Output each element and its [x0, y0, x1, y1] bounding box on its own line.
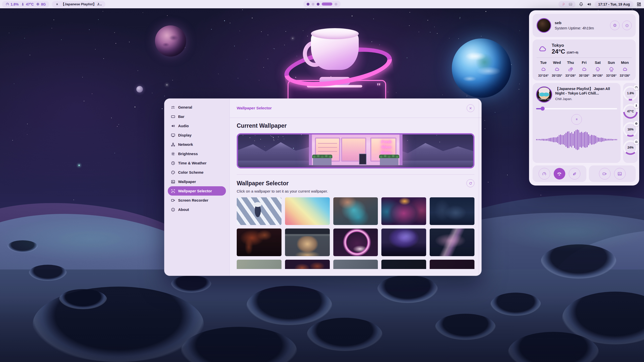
refresh-button[interactable] — [466, 179, 474, 187]
waveform-bar — [556, 137, 557, 142]
sidebar-item-label: Time & Weather — [178, 161, 207, 165]
workspace-dot-1[interactable] — [307, 3, 309, 6]
workspace-dot-active[interactable] — [322, 3, 332, 6]
waveform-bar — [547, 139, 548, 141]
tune-icon — [171, 105, 175, 110]
sidebar-item-color-scheme[interactable]: Color Scheme — [168, 168, 226, 177]
wallpaper-thumb-snowy-village[interactable] — [430, 197, 474, 225]
waveform-bar — [577, 129, 578, 150]
workspace-dot-5[interactable] — [335, 3, 337, 6]
performance-button[interactable] — [539, 168, 550, 179]
wallpaper-thumb-purple-ring[interactable] — [333, 229, 378, 256]
forecast-thu: Thu33°/26° — [564, 60, 577, 77]
wallpaper-thumb-plum-haze[interactable] — [430, 260, 474, 269]
wallpaper-thumb-teal-blur[interactable] — [333, 197, 378, 225]
sidebar-item-wallpaper-selector[interactable]: Wallpaper Selector — [168, 186, 226, 196]
sidebar-item-display[interactable]: Display — [168, 130, 226, 140]
sidebar-item-label: Screen Recorder — [178, 198, 208, 202]
waveform-bar — [546, 139, 547, 141]
workspace-dot-2[interactable] — [312, 3, 314, 6]
sidebar-item-audio[interactable]: Audio — [168, 121, 226, 130]
wallpaper-thumb-anime-street[interactable] — [237, 197, 281, 225]
waveform-bar — [595, 136, 596, 144]
wallpaper-thumb-particle-wave[interactable] — [430, 229, 474, 256]
wallpaper-thumb-ember-forest[interactable] — [237, 229, 281, 256]
balanced-button[interactable] — [554, 168, 565, 179]
waveform-bar — [576, 130, 577, 149]
tray-app-1-icon[interactable] — [561, 2, 566, 6]
preview-planter — [313, 158, 332, 165]
wallpaper-thumb-lofi-storefront[interactable] — [285, 229, 330, 256]
wallpaper-thumb-pastel-gradient[interactable] — [285, 197, 330, 225]
weather-city: Tokyo — [552, 43, 578, 48]
wallpaper-thumb-nebula-forest[interactable] — [381, 229, 426, 256]
waveform-bar — [583, 133, 584, 147]
cpu-temp-value: 47°C — [26, 2, 34, 6]
close-button[interactable] — [467, 104, 474, 112]
waveform-bar — [585, 131, 586, 148]
waveform-bar — [581, 132, 582, 148]
dashboard-grid-icon[interactable] — [636, 2, 641, 7]
wallpaper-thumb-slate-blur[interactable] — [333, 260, 378, 269]
wallpaper-thumb-autumn-night[interactable] — [285, 260, 330, 269]
cloud-icon — [554, 66, 560, 72]
workspace-dot-3[interactable] — [317, 3, 319, 6]
tray-app-2-icon[interactable] — [569, 2, 573, 6]
sidebar-item-bar[interactable]: Bar — [168, 112, 226, 121]
cpu-usage-stat: 1.8% — [6, 2, 19, 6]
desktop: " 1.8% 47°C — [0, 0, 644, 362]
media-player-module[interactable]: 【Japanese Playlist】 J... — [52, 1, 105, 8]
wallpaper-tools-button[interactable] — [614, 168, 626, 179]
forecast-temps: 35°/26° — [577, 74, 591, 77]
wallpaper-thumb-dark-navy[interactable] — [381, 260, 426, 269]
sidebar-item-wallpaper[interactable]: Wallpaper — [168, 177, 226, 186]
sidebar-item-screen-recorder[interactable]: Screen Recorder — [168, 196, 226, 205]
power-saver-button[interactable] — [569, 168, 580, 179]
content-scroll-area[interactable]: Current Wallpaper Fresh Moon Beans — [230, 118, 481, 269]
waveform-bar — [566, 133, 567, 147]
volume-icon[interactable] — [587, 2, 592, 7]
system-stats-module[interactable]: 1.8% 47°C 8G — [2, 1, 49, 8]
sidebar-item-about[interactable]: About — [168, 205, 226, 214]
weather-card: Tokyo 24°C (GMT+9) Tue33°/24°Wed35°/25°T… — [533, 39, 636, 80]
sidebar-item-label: Wallpaper — [178, 179, 196, 184]
preview-planter — [380, 158, 398, 165]
power-button[interactable] — [622, 21, 632, 30]
waveform-bar — [553, 137, 554, 142]
seek-slider[interactable] — [536, 107, 617, 111]
screen-recorder-button[interactable] — [599, 168, 611, 179]
waveform-bar — [538, 139, 539, 140]
leaf-icon — [572, 171, 577, 176]
sidebar-item-time-weather[interactable]: Time & Weather — [168, 158, 226, 168]
rain-icon — [594, 66, 601, 72]
cpu-usage-value: 1.8% — [11, 2, 19, 6]
settings-button[interactable]: ⚙ — [610, 21, 620, 30]
forecast-day-label: Tue — [537, 60, 550, 65]
system-gauges-card: 1.8%47°C16%24% — [623, 83, 638, 163]
waveform-bar — [569, 131, 570, 148]
sidebar-item-network[interactable]: Network — [168, 140, 226, 149]
palette-icon — [171, 170, 175, 175]
utilities-card — [589, 165, 636, 182]
play-pause-button[interactable] — [571, 114, 582, 125]
sidebar-item-general[interactable]: General — [168, 103, 226, 112]
scales-icon — [557, 171, 562, 176]
cup-lip — [311, 28, 359, 39]
clock-icon — [171, 161, 175, 165]
slider-knob[interactable] — [541, 107, 545, 111]
sidebar-item-brightness[interactable]: Brightness — [168, 149, 226, 158]
notifications-bell-icon[interactable] — [579, 2, 584, 7]
waveform-bar — [574, 131, 575, 148]
clock-module[interactable]: 17:17 - Tue, 19 Aug — [595, 1, 633, 8]
preview-cafe: Fresh Moon Beans — [309, 134, 403, 165]
wallpaper-selector-icon — [171, 189, 175, 193]
track-title: 【Japanese Playlist】 Japan All Night - To… — [555, 86, 617, 96]
wallpaper-thumb-sage-blur[interactable] — [237, 260, 281, 269]
forecast-sun: Sun33°/26° — [605, 60, 618, 77]
sun-cloud-icon — [567, 66, 574, 72]
wallpaper-thumb-neon-arcade[interactable] — [381, 197, 426, 225]
star — [278, 139, 278, 140]
waveform-bar — [598, 138, 599, 142]
waveform-bar — [602, 138, 603, 142]
star — [407, 140, 408, 141]
